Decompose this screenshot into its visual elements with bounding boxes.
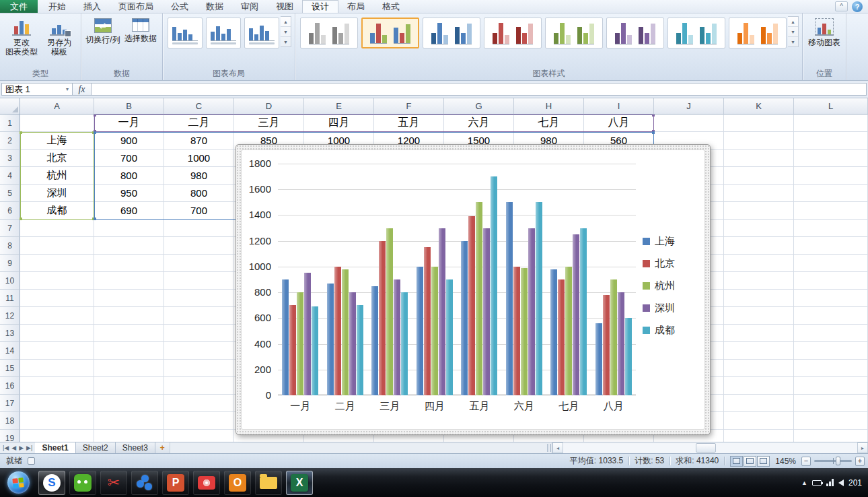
legend-item-成都[interactable]: 成都 — [643, 324, 675, 337]
chart-layout-3[interactable] — [244, 18, 279, 48]
bar-北京-一月[interactable] — [289, 305, 296, 395]
ribbon-tab-格式[interactable]: 格式 — [373, 0, 408, 13]
row-header-5[interactable]: 5 — [0, 185, 20, 202]
cell-A1[interactable] — [20, 114, 94, 132]
cell-C15[interactable] — [164, 360, 234, 377]
style-blue[interactable] — [423, 18, 480, 48]
ribbon-tab-插入[interactable]: 插入 — [75, 0, 110, 13]
bar-杭州-二月[interactable] — [342, 269, 349, 395]
row-header-10[interactable]: 10 — [0, 272, 20, 290]
ribbon-tab-视图[interactable]: 视图 — [267, 0, 302, 13]
cell-C6[interactable]: 700 — [164, 202, 234, 220]
cell-B17[interactable] — [94, 395, 164, 412]
bar-上海-四月[interactable] — [417, 267, 423, 395]
gallery-down-icon[interactable]: ▼ — [281, 27, 291, 37]
bar-深圳-三月[interactable] — [394, 279, 400, 395]
cell-A15[interactable] — [20, 360, 94, 377]
cell-C5[interactable]: 800 — [164, 185, 234, 202]
cell-A13[interactable] — [20, 325, 94, 342]
cell-B13[interactable] — [94, 325, 164, 342]
column-header-E[interactable]: E — [304, 98, 374, 114]
scroll-right-icon[interactable]: ▸ — [857, 442, 868, 453]
bar-成都-一月[interactable] — [312, 306, 318, 395]
cell-K3[interactable] — [724, 150, 794, 167]
ribbon-tab-设计[interactable]: 设计 — [302, 0, 338, 13]
bar-深圳-八月[interactable] — [618, 292, 624, 395]
cell-C8[interactable] — [164, 237, 234, 255]
cell-L3[interactable] — [794, 150, 868, 167]
select-data-button[interactable]: 选择数据 — [122, 16, 159, 45]
cell-A17[interactable] — [20, 395, 94, 412]
bar-杭州-六月[interactable] — [521, 268, 528, 395]
cell-C9[interactable] — [164, 255, 234, 272]
zoom-in-button[interactable]: + — [855, 457, 865, 466]
cell-K16[interactable] — [724, 377, 794, 395]
scissors-tool-icon[interactable]: ✂ — [100, 471, 127, 495]
bar-北京-四月[interactable] — [424, 247, 431, 395]
cell-L15[interactable] — [794, 360, 868, 377]
cell-C1[interactable]: 二月 — [164, 114, 234, 132]
start-button[interactable] — [0, 471, 36, 494]
cell-L14[interactable] — [794, 342, 868, 360]
ppt-app-icon[interactable]: P — [162, 471, 189, 495]
cell-L1[interactable] — [794, 114, 868, 132]
cell-C17[interactable] — [164, 395, 234, 412]
cell-C4[interactable]: 980 — [164, 167, 234, 185]
style-green[interactable] — [545, 18, 603, 48]
cell-J1[interactable] — [654, 114, 724, 132]
cell-A18[interactable] — [20, 412, 94, 430]
ribbon-tab-审阅[interactable]: 审阅 — [232, 0, 267, 13]
cell-L5[interactable] — [794, 185, 868, 202]
cell-L12[interactable] — [794, 307, 868, 325]
style-teal[interactable] — [667, 18, 725, 48]
cell-B18[interactable] — [94, 412, 164, 430]
cell-B2[interactable]: 900 — [94, 132, 164, 150]
cell-L18[interactable] — [794, 412, 868, 430]
sheet-tab-Sheet3[interactable]: Sheet3 — [116, 442, 155, 453]
cell-A12[interactable] — [20, 307, 94, 325]
style-red[interactable] — [484, 18, 542, 48]
network-icon[interactable] — [826, 479, 834, 486]
bar-杭州-三月[interactable] — [386, 228, 393, 395]
cell-B19[interactable] — [94, 430, 164, 442]
bar-深圳-四月[interactable] — [439, 228, 445, 395]
bar-深圳-一月[interactable] — [304, 273, 311, 395]
cell-B5[interactable]: 950 — [94, 185, 164, 202]
page-layout-view-button[interactable] — [744, 456, 756, 467]
row-header-11[interactable]: 11 — [0, 290, 20, 307]
row-header-12[interactable]: 12 — [0, 307, 20, 325]
cell-L11[interactable] — [794, 290, 868, 307]
cell-K1[interactable] — [724, 114, 794, 132]
outlook-icon[interactable]: O — [224, 471, 251, 495]
cell-A16[interactable] — [20, 377, 94, 395]
cell-K17[interactable] — [724, 395, 794, 412]
bar-上海-二月[interactable] — [327, 284, 334, 395]
row-header-16[interactable]: 16 — [0, 377, 20, 395]
camera-tool-icon[interactable] — [193, 471, 220, 495]
cell-L7[interactable] — [794, 220, 868, 237]
ribbon-tab-公式[interactable]: 公式 — [162, 0, 197, 13]
first-sheet-icon[interactable]: |◀ — [3, 444, 9, 451]
bar-北京-八月[interactable] — [603, 295, 610, 395]
bar-成都-八月[interactable] — [625, 318, 632, 395]
cell-L10[interactable] — [794, 272, 868, 290]
style-orange[interactable] — [729, 18, 787, 48]
zoom-track[interactable] — [814, 460, 852, 462]
cell-B8[interactable] — [94, 237, 164, 255]
prev-sheet-icon[interactable]: ◀ — [11, 444, 16, 451]
name-box-dropdown-icon[interactable]: ▾ — [66, 86, 69, 92]
zoom-out-button[interactable]: − — [801, 457, 811, 466]
column-header-L[interactable]: L — [794, 98, 868, 114]
bar-成都-七月[interactable] — [580, 228, 587, 395]
bar-上海-五月[interactable] — [461, 241, 468, 395]
insert-sheet-button[interactable]: + — [155, 442, 170, 453]
name-box[interactable]: 图表 1 ▾ — [1, 83, 73, 96]
normal-view-button[interactable] — [730, 456, 743, 467]
bar-上海-八月[interactable] — [595, 323, 602, 395]
tray-expand-icon[interactable]: ▲ — [801, 479, 807, 486]
bar-上海-三月[interactable] — [371, 286, 378, 395]
horizontal-scrollbar[interactable]: ◂ ▸ — [552, 442, 868, 453]
cell-L6[interactable] — [794, 202, 868, 220]
cell-L4[interactable] — [794, 167, 868, 185]
gallery-up-icon[interactable]: ▲ — [281, 17, 291, 27]
